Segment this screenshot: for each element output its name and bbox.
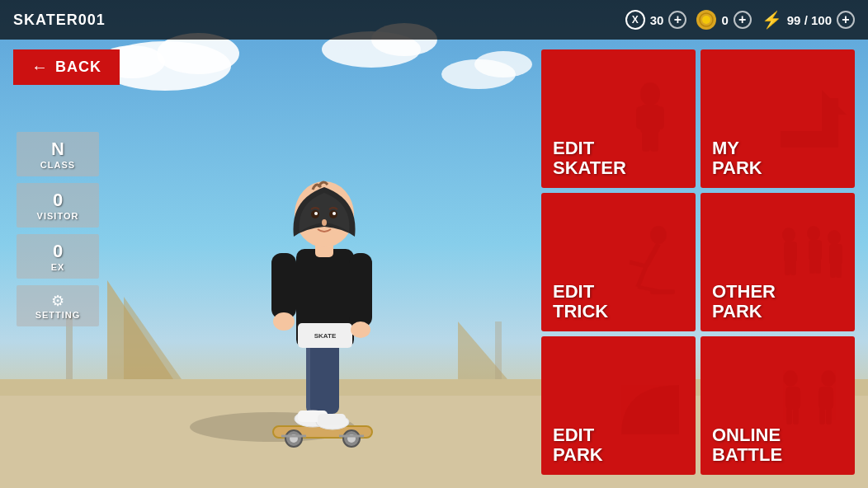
other-park-button[interactable]: OTHERPARK [701, 193, 855, 331]
energy-group: ⚡ 99 / 100 + [762, 10, 855, 30]
visitor-label: VISITOR [37, 211, 79, 221]
add-energy-button[interactable]: + [837, 11, 855, 29]
svg-rect-65 [809, 259, 815, 274]
svg-rect-68 [829, 244, 842, 265]
svg-line-56 [638, 266, 646, 287]
svg-rect-79 [819, 408, 825, 425]
class-label: CLASS [40, 160, 75, 170]
setting-label: SETTING [35, 310, 81, 320]
ex-value: 0 [53, 241, 63, 262]
svg-rect-70 [836, 263, 842, 278]
svg-rect-60 [784, 242, 797, 262]
svg-point-45 [640, 82, 660, 106]
gold-currency-value: 0 [721, 13, 728, 27]
back-button[interactable]: ← BACK [13, 49, 120, 85]
svg-rect-48 [653, 106, 664, 129]
svg-rect-69 [830, 263, 836, 278]
svg-rect-34 [271, 253, 296, 319]
svg-rect-66 [815, 259, 821, 274]
svg-rect-35 [349, 253, 372, 327]
character-figure: SKATE [224, 92, 422, 472]
back-label: BACK [55, 59, 101, 76]
svg-rect-74 [786, 408, 792, 425]
svg-rect-47 [636, 106, 648, 129]
svg-line-54 [646, 244, 658, 266]
svg-rect-78 [823, 393, 833, 397]
edit-skater-label: EDITSKATER [553, 138, 626, 178]
visitor-value: 0 [53, 190, 63, 211]
svg-point-53 [650, 226, 667, 244]
header-stats: X 30 + 0 + ⚡ 99 / 100 + [625, 10, 855, 30]
edit-trick-label: EDITTRICK [553, 282, 608, 321]
my-park-button[interactable]: MYPARK [701, 49, 855, 188]
energy-value: 99 / 100 [787, 13, 832, 27]
visitor-stat-box: 0 VISITOR [17, 183, 99, 228]
svg-point-44 [322, 219, 327, 226]
svg-rect-50 [650, 131, 658, 152]
svg-text:SKATE: SKATE [314, 332, 337, 340]
player-name: SKATER001 [13, 12, 106, 29]
setting-box[interactable]: ⚙ SETTING [17, 285, 99, 326]
svg-point-42 [314, 212, 318, 215]
online-battle-button[interactable]: ONLINEBATTLE [701, 336, 855, 475]
svg-line-55 [630, 262, 646, 266]
svg-rect-49 [642, 131, 650, 152]
class-value: N [51, 138, 64, 160]
svg-rect-72 [785, 387, 800, 410]
add-gold-button[interactable]: + [734, 11, 752, 29]
svg-rect-77 [818, 387, 833, 410]
x-currency-icon: X [625, 10, 645, 30]
back-arrow-icon: ← [31, 58, 49, 77]
edit-park-label: EDITPARK [553, 425, 603, 465]
svg-rect-58 [650, 289, 675, 294]
svg-point-63 [807, 226, 820, 241]
svg-point-71 [783, 370, 798, 387]
svg-point-37 [351, 321, 370, 338]
svg-rect-30 [318, 414, 346, 425]
edit-park-button[interactable]: EDITPARK [541, 336, 696, 475]
settings-gear-icon: ⚙ [51, 292, 64, 310]
svg-rect-75 [793, 408, 799, 425]
gold-currency-group: 0 + [696, 10, 751, 30]
add-x-button[interactable]: + [668, 11, 686, 29]
svg-rect-26 [310, 340, 339, 414]
ex-label: EX [51, 262, 65, 272]
x-currency-group: X 30 + [625, 10, 687, 30]
svg-rect-62 [790, 260, 796, 275]
x-currency-value: 30 [650, 13, 664, 27]
svg-point-76 [821, 370, 836, 387]
svg-point-43 [333, 212, 336, 215]
energy-icon: ⚡ [762, 10, 782, 30]
gold-currency-icon [696, 10, 716, 30]
menu-grid: EDITSKATER MYPARK EDITTRICK [541, 49, 855, 475]
svg-point-36 [273, 312, 295, 331]
online-battle-label: ONLINEBATTLE [712, 425, 782, 465]
svg-point-67 [828, 230, 841, 245]
svg-rect-64 [809, 240, 822, 260]
svg-rect-80 [826, 408, 832, 425]
edit-skater-button[interactable]: EDITSKATER [541, 49, 696, 188]
left-sidebar: N CLASS 0 VISITOR 0 EX ⚙ SETTING [17, 132, 99, 326]
svg-point-59 [782, 228, 795, 242]
header: SKATER001 X 30 + 0 + ⚡ 99 / 100 + [0, 0, 868, 40]
my-park-label: MYPARK [712, 138, 762, 178]
svg-point-17 [702, 16, 710, 24]
class-stat-box: N CLASS [17, 132, 99, 176]
character-area: SKATE [107, 40, 538, 488]
other-park-label: OTHERPARK [712, 282, 776, 321]
edit-trick-button[interactable]: EDITTRICK [541, 193, 696, 331]
svg-rect-73 [785, 393, 795, 397]
svg-marker-51 [781, 98, 838, 148]
ex-stat-box: 0 EX [17, 234, 99, 279]
svg-rect-61 [785, 260, 790, 275]
